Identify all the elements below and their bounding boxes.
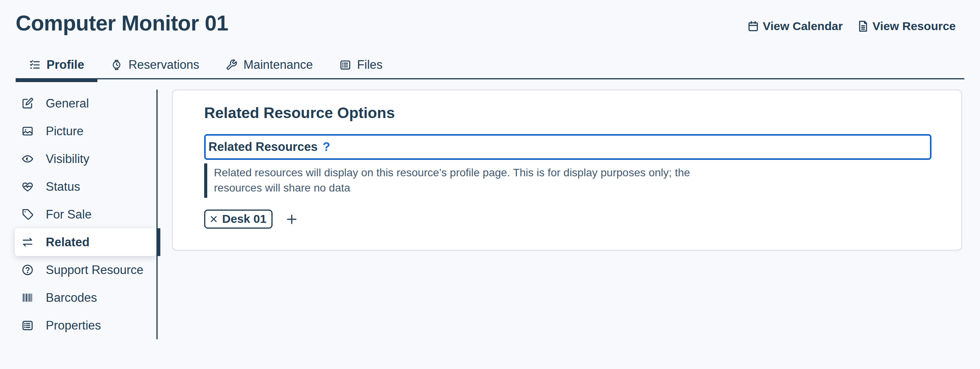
checklist-icon xyxy=(29,59,41,71)
header-actions: View Calendar View Resource xyxy=(747,20,956,36)
related-resources-tag-row: Desk 01 xyxy=(204,210,932,229)
sidebar-item-general-label: General xyxy=(46,97,89,111)
sidebar-item-related-label: Related xyxy=(46,235,90,249)
sidebar-item-status[interactable]: Status xyxy=(15,173,156,201)
tab-files[interactable]: Files xyxy=(326,53,396,78)
barcode-icon xyxy=(22,292,34,304)
sidebar-item-for-sale-label: For Sale xyxy=(46,208,92,222)
help-icon[interactable]: ? xyxy=(323,140,330,154)
image-icon xyxy=(22,125,34,137)
sidebar-item-general[interactable]: General xyxy=(15,90,156,117)
sidebar-item-support-resource[interactable]: Support Resource xyxy=(15,256,156,284)
heart-pulse-icon xyxy=(22,181,34,193)
tab-files-label: Files xyxy=(357,58,382,72)
view-calendar-label: View Calendar xyxy=(763,20,843,33)
tab-maintenance[interactable]: Maintenance xyxy=(212,53,326,78)
question-circle-icon xyxy=(22,264,34,276)
profile-sidebar: General Picture Visibility xyxy=(0,90,158,339)
tab-profile[interactable]: Profile xyxy=(16,53,97,78)
sidebar-item-picture[interactable]: Picture xyxy=(15,117,156,145)
document-icon xyxy=(858,20,869,32)
wrench-icon xyxy=(226,59,237,71)
calendar-icon xyxy=(747,20,759,32)
edit-icon xyxy=(22,97,34,109)
sidebar-item-support-resource-label: Support Resource xyxy=(46,263,144,277)
sidebar-item-visibility-label: Visibility xyxy=(46,152,89,166)
transfer-arrows-icon xyxy=(22,236,34,248)
add-related-resource-button[interactable] xyxy=(286,213,298,225)
related-resource-chip-label: Desk 01 xyxy=(222,212,266,226)
sidebar-item-barcodes-label: Barcodes xyxy=(46,291,97,305)
sidebar-item-barcodes[interactable]: Barcodes xyxy=(15,284,156,312)
field-help-text: Related resources will display on this r… xyxy=(204,163,697,198)
page-title: Computer Monitor 01 xyxy=(16,10,228,36)
content-area: General Picture Visibility xyxy=(0,90,980,339)
main-panel: Related Resource Options Related Resourc… xyxy=(158,90,980,251)
view-resource-link[interactable]: View Resource xyxy=(858,20,956,33)
related-resources-label: Related Resources xyxy=(208,140,318,154)
page-header: Computer Monitor 01 View Calendar View R… xyxy=(0,0,980,36)
sidebar-item-properties-label: Properties xyxy=(46,319,101,333)
list-box-icon xyxy=(339,59,351,71)
sidebar-item-properties[interactable]: Properties xyxy=(15,312,156,339)
tab-reservations-label: Reservations xyxy=(128,58,199,72)
card-heading: Related Resource Options xyxy=(204,104,932,122)
related-resources-field[interactable]: Related Resources ? xyxy=(204,134,932,160)
eye-icon xyxy=(22,153,34,165)
tab-profile-label: Profile xyxy=(47,58,84,72)
sidebar-item-for-sale[interactable]: For Sale xyxy=(15,201,156,228)
sidebar-item-related[interactable]: Related xyxy=(15,228,156,256)
related-resource-chip[interactable]: Desk 01 xyxy=(204,210,273,229)
tab-maintenance-label: Maintenance xyxy=(243,58,313,72)
tab-bar: Profile Reservations Maintenance Fi xyxy=(16,53,964,79)
sidebar-item-visibility[interactable]: Visibility xyxy=(15,145,156,173)
tab-reservations[interactable]: Reservations xyxy=(97,53,212,78)
watch-icon xyxy=(111,59,122,71)
x-icon[interactable] xyxy=(210,215,217,223)
sidebar-item-status-label: Status xyxy=(46,180,80,194)
tag-icon xyxy=(22,208,34,220)
related-resource-options-card: Related Resource Options Related Resourc… xyxy=(172,90,962,251)
view-calendar-link[interactable]: View Calendar xyxy=(747,20,843,33)
sidebar-item-picture-label: Picture xyxy=(46,124,83,138)
list-box-icon xyxy=(22,319,34,331)
view-resource-label: View Resource xyxy=(872,20,956,33)
plus-icon xyxy=(286,213,298,225)
